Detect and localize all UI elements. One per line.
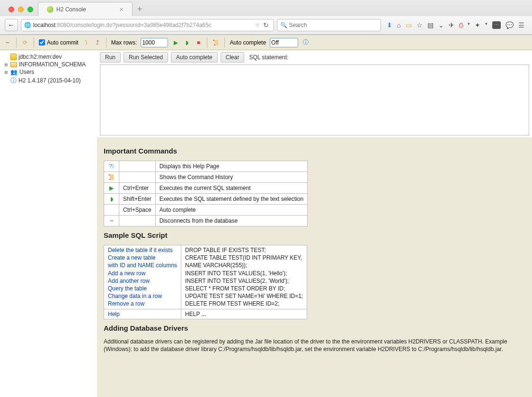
script-link[interactable]: with ID and NAME columns [108,262,177,269]
pdf-icon[interactable]: ⎙ [459,21,463,29]
badge-icon[interactable]: ⋯ [492,21,501,29]
refresh-icon[interactable]: ⟳ [21,39,29,46]
sql-text: HELP ... [185,310,303,318]
tree-users[interactable]: ⊞👥 Users [4,68,93,76]
minimize-window-icon[interactable] [18,7,24,12]
favicon-icon [47,6,53,13]
run-selected-button[interactable]: Run Selected [124,52,168,63]
url-input[interactable]: 🌐 localhost:8080/console/login.do?jsessi… [21,19,274,31]
info-icon: ⓘ [10,76,17,85]
stop-icon[interactable]: ■ [195,39,202,46]
sql-text: UPDATE TEST SET NAME='Hi' WHERE ID=1; [185,292,303,300]
download-icon[interactable]: ⬇ [387,21,392,29]
tab-title: H2 Console [56,6,86,13]
menu-icon[interactable]: ☰ [518,21,524,29]
sql-text: DROP TABLE IF EXISTS TEST; [185,246,303,254]
script-link-help[interactable]: Help [108,310,177,318]
table-row: ⵈDisconnects from the database [104,216,308,226]
url-text: localhost:8080/console/login.do?jsession… [33,22,254,28]
script-link[interactable]: Create a new table [108,254,177,262]
sql-text: DELETE FROM TEST WHERE ID=2; [185,300,303,307]
table-row: 📜Shows the Command History [104,172,308,183]
pocket-icon[interactable]: ⌄ [438,21,444,29]
run-icon: ▶ [109,185,114,191]
run-selected-icon[interactable]: ◗ [183,39,191,46]
table-row: ▶Ctrl+EnterExecutes the current SQL stat… [104,183,308,194]
h2-toolbar: ⵈ ⟳ Auto commit ⤵ ⤴ Max rows: 1000 ▶ ◗ ■… [0,35,532,50]
chat-icon[interactable]: 💬 [505,21,514,29]
tree-db-root[interactable]: jdbc:h2:mem:dev [4,53,93,61]
tab-bar: H2 Console × + [0,0,532,16]
sql-text: INSERT INTO TEST VALUES(1, 'Hello'); [185,270,303,277]
close-window-icon[interactable] [9,7,14,12]
sql-text: INSERT INTO TEST VALUES(2, 'World'); [185,277,303,285]
script-link[interactable]: Delete the table if it exists [108,246,177,254]
browser-tab[interactable]: H2 Console × [38,2,133,16]
users-icon: 👥 [10,69,18,75]
important-commands-table: ?⃝Displays this Help Page 📜Shows the Com… [104,161,308,226]
extension-icon[interactable]: ▭ [406,21,412,29]
table-row: ?⃝Displays this Help Page [104,161,308,172]
run-button[interactable]: Run [100,52,121,63]
browser-chrome: H2 Console × + ← 🌐 localhost:8080/consol… [0,0,532,35]
important-commands-heading: Important Commands [104,147,525,155]
browser-toolbar-icons: ⬇ ⌂ ▭ ☆ ▤ ⌄ ✈ ⎙ ▾ ✦ ▾ ⋯ 💬 ☰ [384,21,527,29]
search-box[interactable]: 🔍 [277,19,381,31]
commit-icon[interactable]: ⤵ [82,39,90,46]
result-area: Important Commands ?⃝Displays this Help … [97,137,532,397]
sql-statement-label: SQL statement: [249,54,288,61]
search-icon: 🔍 [280,22,287,28]
rollback-icon[interactable]: ⤴ [94,39,101,46]
script-link[interactable]: Remove a row [108,300,177,307]
send-icon[interactable]: ✈ [449,21,454,29]
script-link[interactable]: Query the table [108,285,177,292]
sample-sql-heading: Sample SQL Script [104,231,525,239]
script-link[interactable]: Add another row [108,277,177,285]
auto-complete-button[interactable]: Auto complete [171,52,218,63]
sql-button-bar: Run Run Selected Auto complete Clear SQL… [97,50,532,64]
home-icon[interactable]: ⌂ [397,21,401,29]
tree-schema[interactable]: ⊞ INFORMATION_SCHEMA [4,61,93,68]
auto-commit-checkbox[interactable]: Auto commit [39,39,79,46]
zoom-window-icon[interactable] [27,7,33,12]
script-link[interactable]: Change data in a row [108,292,177,300]
close-tab-icon[interactable]: × [119,5,124,13]
back-button[interactable]: ← [5,19,18,31]
adding-drivers-heading: Adding Database Drivers [104,324,525,332]
database-icon [10,54,17,60]
tree-version: ⓘ H2 1.4.187 (2015-04-10) [4,76,93,85]
sql-text: CREATE TABLE TEST(ID INT PRIMARY KEY, [185,254,303,262]
run-selected-icon: ◗ [110,196,113,202]
reader-icon[interactable]: ▤ [427,21,434,29]
help-icon: ?⃝ [109,163,114,170]
disconnect-icon[interactable]: ⵈ [4,39,11,46]
new-tab-button[interactable]: + [133,2,147,16]
clear-button[interactable]: Clear [221,52,245,63]
dropdown-icon[interactable]: ▾ [468,21,470,29]
drivers-text: Additional database drivers can be regis… [104,338,525,354]
url-bar: ← 🌐 localhost:8080/console/login.do?jses… [0,16,532,35]
history-icon[interactable]: 📜 [212,39,220,46]
expand-icon[interactable]: ⊞ [4,62,9,67]
disconnect-icon: ⵈ [110,217,114,224]
search-input[interactable] [289,22,378,28]
auto-commit-input[interactable] [39,39,45,45]
bookmark-icon[interactable]: ☆ [417,21,423,29]
script-link[interactable]: Add a new row [108,270,177,277]
dropdown-icon[interactable]: ▽ [256,23,259,28]
reload-icon[interactable]: ↻ [261,21,271,29]
auto-complete-label: Auto complete [230,39,266,46]
expand-icon[interactable]: ⊞ [4,70,9,75]
run-icon[interactable]: ▶ [172,39,179,46]
table-row: Ctrl+SpaceAuto complete [104,205,308,216]
window-controls [4,3,38,16]
max-rows-select[interactable]: 1000 [141,38,168,47]
auto-complete-select[interactable]: Off [270,38,298,47]
dropdown-icon[interactable]: ▾ [485,21,488,29]
sql-text: NAME VARCHAR(255)); [185,262,303,269]
sql-textarea[interactable] [100,64,529,135]
history-icon: 📜 [108,174,115,180]
table-row: ◗Shift+EnterExecutes the SQL statement d… [104,194,308,205]
help-icon[interactable]: ⓘ [302,39,310,46]
sparkle-icon[interactable]: ✦ [475,21,480,29]
